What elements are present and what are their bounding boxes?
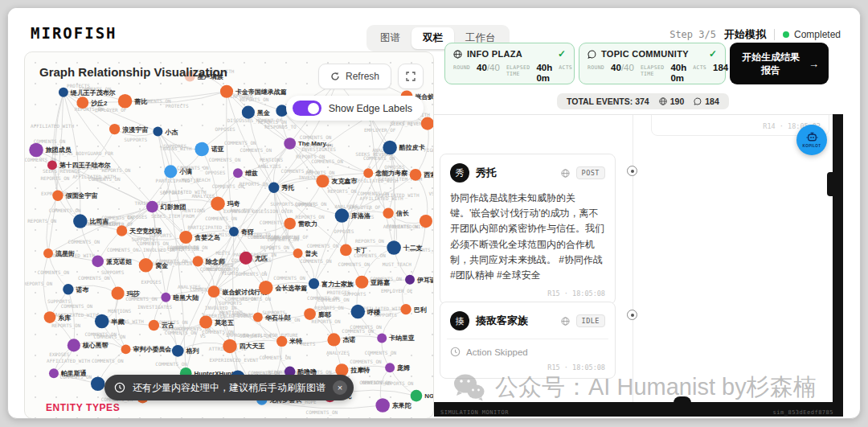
copilot-button[interactable]: KOPILOT — [796, 125, 827, 155]
svg-text:MUST_TEACH: MUST_TEACH — [383, 261, 411, 268]
refresh-button[interactable]: Refresh — [318, 64, 391, 89]
timeline-marker[interactable] — [627, 166, 637, 176]
globe-icon — [561, 317, 570, 326]
feed-post[interactable]: 揍 揍敌客家族 IDLE Action Skipped R15 · 18:05:… — [440, 302, 616, 379]
svg-text:COMMENTS_ON: COMMENTS_ON — [240, 333, 272, 339]
tab-graph[interactable]: 图谱 — [369, 27, 411, 49]
svg-text:假面全宇宙: 假面全宇宙 — [65, 191, 98, 199]
svg-text:四大天王: 四大天王 — [240, 343, 265, 350]
globe-icon — [453, 50, 462, 59]
svg-text:小杰: 小杰 — [164, 129, 178, 136]
graph-title: Graph Relationship Visualization — [39, 65, 227, 79]
svg-text:蔷比: 蔷比 — [133, 98, 147, 105]
svg-text:第十四王子哇布尔: 第十四王子哇布尔 — [59, 162, 112, 169]
acts-label: ACTS — [693, 62, 706, 71]
scrollbar-thumb[interactable] — [827, 172, 834, 196]
svg-text:MENTIONS: MENTIONS — [362, 380, 385, 385]
svg-text:COMMENTS_ON: COMMENTS_ON — [61, 303, 93, 310]
svg-text:RESPONDS_TO: RESPONDS_TO — [264, 124, 297, 130]
svg-text:浪漫宇宙: 浪漫宇宙 — [121, 125, 148, 133]
svg-text:比司吉: 比司吉 — [90, 218, 109, 225]
monitor-footer-right: sim_853dEedf8785 — [773, 409, 833, 416]
svg-text:COMMENTS_ON: COMMENTS_ON — [78, 275, 110, 281]
app-window: MIROFISH 图谱 双栏 工作台 Step 3/5 开始模拟 Complet… — [7, 7, 861, 419]
svg-text:VS: VS — [428, 191, 433, 196]
svg-text:REPORTS_ON: REPORTS_ON — [312, 318, 341, 325]
acts-value: 184 — [713, 62, 728, 73]
svg-text:富力士家族: 富力士家族 — [321, 281, 354, 288]
svg-text:AFFILIATED_WITH: AFFILIATED_WITH — [47, 358, 90, 364]
svg-text:玛莎: 玛莎 — [126, 290, 141, 298]
svg-text:云古: 云古 — [162, 322, 174, 329]
svg-text:库洛洛: 库洛洛 — [350, 212, 371, 220]
elapsed-value: 40h0m — [670, 62, 686, 84]
svg-text:奇犽: 奇犽 — [240, 228, 254, 236]
simulation-monitor: R14 · 18:05:02 KOPILOT 秀 秀托 POST 协同作战是战胜… — [434, 114, 842, 416]
svg-text:东果陀: 东果陀 — [391, 401, 411, 409]
svg-text:杰诺: 杰诺 — [342, 336, 355, 343]
svg-text:COMMENTS_ON: COMMENTS_ON — [317, 297, 350, 303]
svg-text:COMMENTS_ON: COMMENTS_ON — [267, 236, 299, 243]
card-divider — [447, 339, 608, 339]
svg-text:黑金: 黑金 — [256, 109, 270, 117]
svg-text:糸库: 糸库 — [57, 314, 71, 322]
check-icon: ✓ — [709, 48, 717, 60]
fullscreen-button[interactable] — [398, 64, 424, 89]
toast-close-button[interactable]: × — [333, 380, 347, 395]
monitor-bezel-right — [833, 114, 843, 416]
svg-text:除念师: 除念师 — [206, 258, 226, 265]
edge-labels-toggle[interactable] — [293, 101, 321, 116]
check-icon: ✓ — [558, 48, 566, 60]
start-simulation-button[interactable]: 开始模拟 — [724, 27, 766, 42]
svg-text:MUST_TEACH: MUST_TEACH — [182, 177, 211, 183]
round-value: 40/40 — [611, 62, 634, 73]
svg-text:REPORTS_ON: REPORTS_ON — [240, 96, 268, 103]
svg-text:诺布: 诺布 — [76, 286, 89, 294]
svg-text:尤匹: 尤匹 — [254, 255, 268, 262]
svg-text:OPPOSES: OPPOSES — [205, 170, 226, 175]
svg-text:COMMENTS_ON: COMMENTS_ON — [273, 275, 305, 281]
svg-text:米特: 米特 — [289, 338, 302, 345]
svg-text:拉摩特: 拉摩特 — [350, 367, 370, 374]
svg-text:卡金帝国继承战篇: 卡金帝国继承战篇 — [235, 88, 287, 96]
svg-text:COMMENTS_ON: COMMENTS_ON — [49, 207, 81, 214]
status-dot-icon — [783, 31, 789, 38]
svg-text:EMPLOYER_OF: EMPLOYER_OF — [381, 288, 413, 294]
svg-text:SUPPORTS: SUPPORTS — [163, 143, 186, 149]
step-indicator: Step 3/5 — [669, 29, 716, 40]
svg-text:INVESTIGATES: INVESTIGATES — [137, 304, 173, 310]
processing-toast: 还有少量内容处理中，建议稍后手动刷新图谱 × — [104, 375, 354, 400]
svg-text:EXPOSES: EXPOSES — [141, 279, 162, 285]
svg-text:十二支: 十二支 — [403, 244, 423, 252]
svg-text:西索: 西索 — [424, 171, 433, 179]
svg-text:COMMENTS_ON: COMMENTS_ON — [88, 176, 121, 183]
monitor-footer-left: SIMULATION MONITOR — [440, 409, 509, 416]
svg-text:庞姆: 庞姆 — [396, 364, 410, 372]
svg-text:沙丘2: 沙丘2 — [90, 100, 108, 107]
round-label: ROUND — [588, 62, 604, 71]
graph-panel: PROTECTSCOMMENTS_ONREPORTS_ONAFFILIATED_… — [24, 51, 434, 419]
svg-text:EXPERIENCED_EVENT: EXPERIENCED_EVENT — [209, 357, 258, 363]
toast-message: 还有少量内容处理中，建议稍后手动刷新图谱 — [133, 381, 326, 395]
svg-text:COMMENTS_ON: COMMENTS_ON — [92, 358, 124, 364]
clock-icon — [114, 382, 125, 393]
round-value: 40/40 — [477, 62, 500, 73]
globe-icon — [561, 169, 570, 178]
svg-text:COMMENTS_ON: COMMENTS_ON — [38, 269, 70, 276]
timeline-marker[interactable] — [627, 310, 637, 320]
info-plaza-card: INFO PLAZA ✓ ROUND 40/40 ELAPSED TIME 40… — [444, 43, 575, 84]
avatar: 揍 — [450, 311, 469, 331]
svg-text:卡丁: 卡丁 — [354, 247, 367, 254]
arrow-right-icon: → — [809, 58, 819, 70]
generate-report-button[interactable]: 开始生成结果报告 → — [730, 43, 829, 84]
svg-text:AFFILIATED_WITH: AFFILIATED_WITH — [360, 195, 403, 202]
acts-label: ACTS — [559, 62, 572, 71]
svg-text:暗黑大陆: 暗黑大陆 — [173, 294, 199, 302]
svg-text:格列: 格列 — [186, 347, 199, 355]
svg-text:半藏: 半藏 — [110, 318, 125, 326]
svg-text:流星街: 流星街 — [55, 250, 75, 257]
svg-text:NGL: NGL — [424, 392, 433, 400]
svg-text:REPORTS_ON: REPORTS_ON — [355, 238, 384, 244]
round-label: ROUND — [453, 62, 470, 71]
feed-post[interactable]: 秀 秀托 POST 协同作战是战胜未知威胁的关键。'嵌合蚁讨伐行动'的成功，离不… — [440, 154, 616, 305]
